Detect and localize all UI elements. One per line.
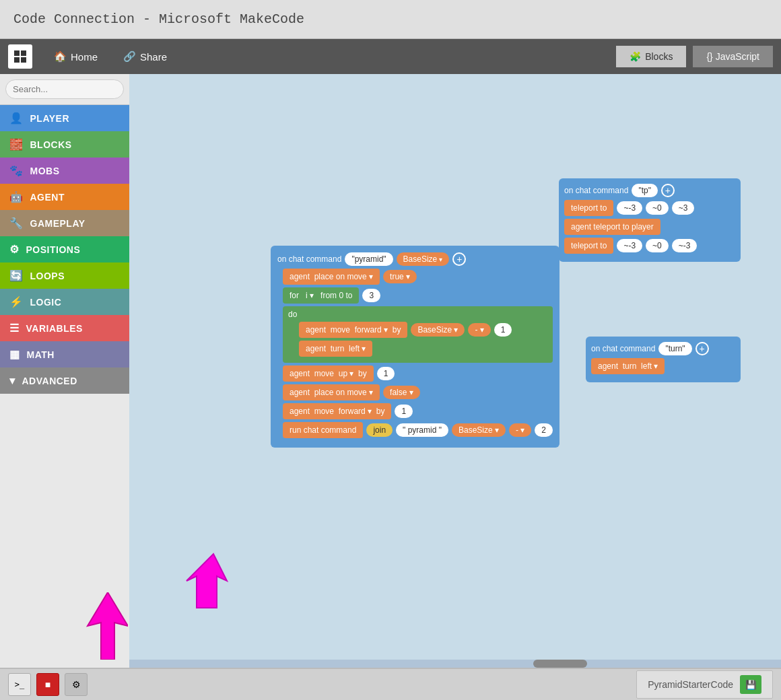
canvas-area[interactable]: on chat command "pyramid" BaseSize ▾ + a… — [129, 74, 781, 668]
join-block[interactable]: join — [366, 423, 393, 437]
title-bar: Code Connection - Microsoft MakeCode — [0, 0, 781, 39]
home-icon: 🏠 — [54, 50, 67, 63]
math-icon: ▦ — [9, 348, 20, 361]
agent-turn-left-block[interactable]: agent turn left ▾ — [591, 358, 665, 374]
agent-tp-player-row: agent teleport to player — [564, 219, 735, 235]
neg3d: ~-3 — [672, 239, 698, 252]
filename-box: PyramidStarterCode 💾 — [636, 670, 773, 699]
svg-rect-2 — [14, 57, 20, 63]
agent-move-up-row: agent move up ▾ by 1 — [283, 365, 553, 382]
sidebar: 👤 PLAYER 🧱 BLOCKS 🐾 MOBS 🤖 AGENT 🔧 GAMEP… — [0, 74, 129, 668]
app-logo — [8, 44, 32, 69]
search-box — [0, 74, 129, 105]
fwd-val[interactable]: 1 — [395, 405, 413, 418]
share-icon: 🔗 — [123, 50, 136, 63]
svg-rect-3 — [21, 57, 26, 63]
place-on-move-false-row: agent place on move ▾ false ▾ — [283, 384, 553, 400]
share-button[interactable]: 🔗 Share — [114, 46, 176, 67]
sidebar-item-blocks[interactable]: 🧱 BLOCKS — [0, 131, 129, 158]
pyramid-command-pill[interactable]: "pyramid" — [345, 252, 393, 266]
val2[interactable]: 2 — [535, 423, 553, 437]
basesize3-dropdown[interactable]: BaseSize ▾ — [452, 423, 506, 437]
stop-icon: ■ — [45, 679, 50, 690]
chat-command-header: on chat command "pyramid" BaseSize ▾ + — [277, 252, 553, 266]
save-icon: 💾 — [745, 680, 757, 690]
sidebar-item-gameplay[interactable]: 🔧 GAMEPLAY — [0, 210, 129, 236]
pyramid-str: " pyramid " — [396, 423, 448, 437]
true-dropdown[interactable]: true ▾ — [383, 270, 417, 283]
settings-icon: ⚙ — [72, 679, 81, 690]
basesize-minus-dropdown[interactable]: BaseSize ▾ — [411, 323, 465, 337]
main-layout: 👤 PLAYER 🧱 BLOCKS 🐾 MOBS 🤖 AGENT 🔧 GAMEP… — [0, 74, 781, 668]
neg3b: ~3 — [672, 201, 695, 215]
blocks-mode-button[interactable]: 🧩 Blocks — [616, 46, 686, 67]
settings-button[interactable]: ⚙ — [65, 673, 88, 696]
scroll-thumb[interactable] — [533, 660, 587, 668]
false-dropdown[interactable]: false ▾ — [383, 386, 420, 399]
advanced-icon: ▾ — [9, 374, 15, 387]
svg-rect-1 — [21, 50, 26, 56]
add-tp-btn[interactable]: + — [661, 184, 675, 197]
zero2: ~0 — [646, 239, 669, 252]
mobs-icon: 🐾 — [9, 164, 24, 177]
logic-icon: ⚡ — [9, 295, 24, 308]
positions-icon: ⚙ — [9, 243, 20, 256]
loops-icon: 🔄 — [9, 269, 24, 282]
gameplay-icon: 🔧 — [9, 217, 24, 230]
agent-turn-left-right-row: agent turn left ▾ — [591, 358, 735, 374]
horizontal-scrollbar[interactable] — [129, 660, 781, 668]
for-loop-row: for i ▾ from 0 to 3 — [283, 287, 553, 304]
sidebar-item-variables[interactable]: ☰ VARIABLES — [0, 315, 129, 341]
for-block: for i ▾ from 0 to — [283, 287, 359, 304]
cursor-indicator — [183, 551, 230, 614]
main-block-group: on chat command "pyramid" BaseSize ▾ + a… — [271, 246, 559, 448]
on-chat-turn-row: on chat command "turn" + — [591, 342, 735, 355]
teleport2-row: teleport to ~-3 ~0 ~-3 — [564, 238, 735, 254]
javascript-mode-button[interactable]: {} JavaScript — [693, 46, 773, 67]
on-chat-tp-row: on chat command "tp" + — [564, 184, 735, 197]
save-button[interactable]: 💾 — [740, 675, 761, 694]
tp-block-group: on chat command "tp" + teleport to ~-3 ~… — [559, 178, 741, 262]
sidebar-item-advanced[interactable]: ▾ ADVANCED — [0, 368, 129, 394]
do-block: do agent move forward ▾ by BaseSize ▾ - … — [283, 306, 553, 363]
agent-move-fwd2-row: agent move forward ▾ by 1 — [283, 403, 553, 419]
basesize-dropdown[interactable]: BaseSize ▾ — [397, 252, 450, 266]
home-button[interactable]: 🏠 Home — [44, 46, 107, 67]
sidebar-item-positions[interactable]: ⚙ POSITIONS — [0, 236, 129, 262]
by-val1[interactable]: 1 — [494, 323, 512, 337]
up-val[interactable]: 1 — [377, 367, 395, 380]
loop-end-val[interactable]: 3 — [362, 289, 380, 302]
stop-button[interactable]: ■ — [36, 673, 59, 696]
filename-label: PyramidStarterCode — [648, 679, 733, 690]
bottom-bar: >_ ■ ⚙ PyramidStarterCode 💾 — [0, 668, 781, 700]
add-turn-btn[interactable]: + — [695, 342, 709, 355]
variables-icon: ☰ — [9, 322, 20, 335]
search-input[interactable] — [5, 79, 124, 99]
minus-dropdown[interactable]: - ▾ — [468, 323, 490, 337]
teleport-to-row: teleport to ~-3 ~0 ~3 — [564, 200, 735, 216]
player-icon: 👤 — [9, 112, 24, 125]
neg3a: ~-3 — [617, 201, 642, 215]
sidebar-item-logic[interactable]: ⚡ LOGIC — [0, 289, 129, 315]
blocks-cat-icon: 🧱 — [9, 138, 24, 151]
terminal-button[interactable]: >_ — [8, 673, 31, 696]
terminal-icon: >_ — [15, 680, 24, 689]
svg-marker-5 — [186, 554, 227, 608]
zero: ~0 — [646, 201, 669, 215]
agent-turn-left-row: agent turn left ▾ — [299, 341, 547, 357]
turn-pill[interactable]: "turn" — [658, 342, 691, 355]
sidebar-item-player[interactable]: 👤 PLAYER — [0, 105, 129, 131]
sidebar-item-math[interactable]: ▦ MATH — [0, 341, 129, 368]
sidebar-item-mobs[interactable]: 🐾 MOBS — [0, 158, 129, 184]
sidebar-item-agent[interactable]: 🤖 AGENT — [0, 184, 129, 210]
place-on-move-block[interactable]: agent place on move ▾ — [283, 269, 380, 285]
svg-marker-4 — [88, 592, 128, 660]
top-nav: 🏠 Home 🔗 Share 🧩 Blocks {} JavaScript — [0, 39, 781, 74]
tp-pill[interactable]: "tp" — [632, 184, 658, 197]
sidebar-item-loops[interactable]: 🔄 LOOPS — [0, 262, 129, 289]
add-param-btn[interactable]: + — [452, 252, 466, 266]
minus2-dropdown[interactable]: - ▾ — [509, 423, 531, 437]
turn-block-group: on chat command "turn" + agent turn left… — [586, 337, 741, 382]
run-chat-command-row: run chat command join " pyramid " BaseSi… — [283, 422, 553, 438]
blocks-icon: 🧩 — [630, 51, 641, 62]
